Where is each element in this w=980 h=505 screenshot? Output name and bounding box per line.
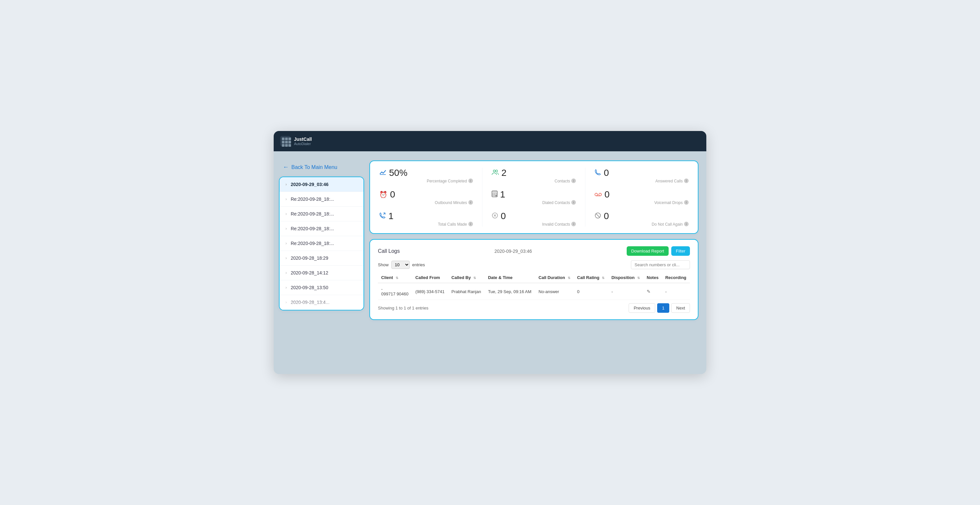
- percentage-info-icon: i: [468, 178, 473, 183]
- call-logs-card: Call Logs 2020-09-29_03:46 Download Repo…: [369, 239, 698, 320]
- total-calls-value: 1: [388, 211, 394, 221]
- svg-point-5: [496, 170, 498, 172]
- app-window: JustCall AutoDialer ← Back To Main Menu …: [274, 131, 706, 374]
- call-logs-date: 2020-09-29_03:46: [494, 249, 531, 254]
- contacts-info-icon: i: [571, 178, 576, 183]
- sidebar-item-label-0: 2020-09-29_03:46: [291, 182, 328, 187]
- svg-rect-13: [496, 195, 496, 196]
- svg-rect-12: [494, 195, 495, 195]
- chevron-icon-5: ›: [285, 256, 287, 260]
- voicemail-value: 0: [605, 189, 609, 200]
- sidebar-item-1[interactable]: › Re:2020-09-28_18:...: [280, 192, 363, 206]
- sidebar-item-4[interactable]: › Re:2020-09-28_18:...: [280, 236, 363, 251]
- next-button[interactable]: Next: [671, 303, 690, 313]
- sidebar-item-label-8: 2020-09-28_13:4...: [291, 300, 329, 305]
- stats-card: 50% Percentage Completed i ⏰ 0: [369, 160, 698, 234]
- sidebar-item-0[interactable]: › 2020-09-29_03:46: [280, 177, 363, 192]
- stat-total-calls: 1 Total Calls Made i: [379, 211, 473, 227]
- sidebar-item-label-7: 2020-09-28_13:50: [291, 285, 328, 290]
- right-panel: 50% Percentage Completed i ⏰ 0: [369, 160, 698, 365]
- sort-disposition-icon[interactable]: ⇅: [637, 276, 640, 279]
- svg-point-17: [595, 193, 598, 196]
- svg-line-21: [596, 214, 600, 218]
- filter-button[interactable]: Filter: [671, 246, 690, 256]
- entries-select[interactable]: 10 25 50 100: [391, 261, 410, 269]
- sort-calledby-icon[interactable]: ⇅: [473, 276, 476, 279]
- table-row: - 099717 90460 (989) 334-5741 Prabhat Ra…: [378, 283, 690, 300]
- cell-disposition: -: [608, 283, 643, 300]
- col-call-duration: Call Duration ⇅: [535, 273, 574, 283]
- answered-value: 0: [604, 168, 609, 178]
- cell-recording: -: [662, 283, 690, 300]
- stats-col-1: 50% Percentage Completed i ⏰ 0: [379, 168, 482, 227]
- sidebar-item-6[interactable]: › 2020-09-28_14:12: [280, 265, 363, 280]
- chevron-icon-3: ›: [285, 226, 287, 231]
- sidebar-item-2[interactable]: › Re:2020-09-28_18:...: [280, 206, 363, 221]
- sort-duration-icon[interactable]: ⇅: [568, 276, 570, 279]
- sort-rating-icon[interactable]: ⇅: [602, 276, 605, 279]
- call-logs-actions: Download Report Filter: [627, 246, 690, 256]
- sidebar-item-label-3: Re:2020-09-28_18:...: [291, 226, 334, 231]
- client-line1: -: [381, 287, 409, 291]
- voicemail-icon: [595, 191, 602, 199]
- cell-called-from: (989) 334-5741: [412, 283, 448, 300]
- chart-icon: [379, 169, 387, 178]
- answered-phone-icon: [595, 169, 601, 177]
- stats-col-3: 0 Answered Calls i: [585, 168, 689, 227]
- back-arrow-icon: ←: [283, 164, 289, 171]
- search-input[interactable]: [631, 260, 690, 269]
- dialed-label: Dialed Contacts: [542, 200, 570, 205]
- table-footer: Showing 1 to 1 of 1 entries Previous 1 N…: [378, 303, 690, 313]
- sidebar-item-label-1: Re:2020-09-28_18:...: [291, 197, 334, 202]
- cell-call-duration: No-answer: [535, 283, 574, 300]
- sort-client-icon[interactable]: ⇅: [396, 276, 398, 279]
- chevron-icon-7: ›: [285, 285, 287, 290]
- page-1-button[interactable]: 1: [657, 303, 669, 313]
- stat-dialed: 1 Dialed Contacts i: [492, 189, 576, 205]
- entries-label: entries: [412, 262, 425, 267]
- sidebar-item-label-6: 2020-09-28_14:12: [291, 270, 328, 275]
- previous-button[interactable]: Previous: [628, 303, 655, 313]
- table-header: Client ⇅ Called From Called By ⇅ Date & …: [378, 273, 690, 283]
- stat-voicemail: 0 Voicemail Drops i: [595, 189, 689, 205]
- sidebar-item-label-2: Re:2020-09-28_18:...: [291, 211, 334, 216]
- col-disposition: Disposition ⇅: [608, 273, 643, 283]
- svg-rect-9: [494, 194, 495, 194]
- svg-rect-8: [493, 194, 493, 194]
- col-date-time: Date & Time: [485, 273, 535, 283]
- stat-percentage: 50% Percentage Completed i: [379, 168, 473, 183]
- showing-text: Showing 1 to 1 of 1 entries: [378, 306, 428, 310]
- total-calls-label: Total Calls Made: [438, 222, 467, 227]
- stats-col-2: 2 Contacts i: [482, 168, 586, 227]
- contacts-label: Contacts: [555, 179, 570, 183]
- edit-notes-icon[interactable]: ✎: [647, 289, 651, 294]
- calc-icon: [492, 191, 498, 199]
- sidebar-item-label-4: Re:2020-09-28_18:...: [291, 241, 334, 246]
- download-report-button[interactable]: Download Report: [627, 246, 669, 256]
- show-label: Show: [378, 262, 389, 267]
- percentage-label: Percentage Completed: [427, 179, 467, 183]
- col-client: Client ⇅: [378, 273, 412, 283]
- sidebar-item-label-5: 2020-09-28_18:29: [291, 256, 328, 261]
- outbound-label: Outbound Minutes: [435, 200, 467, 205]
- back-to-main-link[interactable]: ← Back To Main Menu: [279, 160, 364, 176]
- pagination: Previous 1 Next: [628, 303, 690, 313]
- sidebar-item-5[interactable]: › 2020-09-28_18:29: [280, 251, 363, 265]
- answered-info-icon: i: [684, 178, 689, 183]
- call-logs-header: Call Logs 2020-09-29_03:46 Download Repo…: [378, 246, 690, 256]
- cell-called-by: Prabhat Ranjan: [448, 283, 485, 300]
- cell-call-rating: 0: [574, 283, 608, 300]
- call-logs-table: Client ⇅ Called From Called By ⇅ Date & …: [378, 273, 690, 300]
- brand-sub: AutoDialer: [294, 142, 312, 146]
- client-line2: 099717 90460: [381, 291, 409, 296]
- table-body: - 099717 90460 (989) 334-5741 Prabhat Ra…: [378, 283, 690, 300]
- sidebar-item-8[interactable]: › 2020-09-28_13:4...: [280, 295, 363, 310]
- col-called-by: Called By ⇅: [448, 273, 485, 283]
- sidebar: ← Back To Main Menu › 2020-09-29_03:46 ›…: [279, 160, 364, 365]
- invalid-label: Invalid Contacts: [542, 222, 570, 227]
- invalid-info-icon: i: [571, 222, 576, 226]
- sidebar-item-3[interactable]: › Re:2020-09-28_18:...: [280, 221, 363, 236]
- sidebar-item-7[interactable]: › 2020-09-28_13:50: [280, 280, 363, 295]
- table-controls: Show 10 25 50 100 entries: [378, 260, 690, 269]
- chevron-icon-8: ›: [285, 300, 287, 305]
